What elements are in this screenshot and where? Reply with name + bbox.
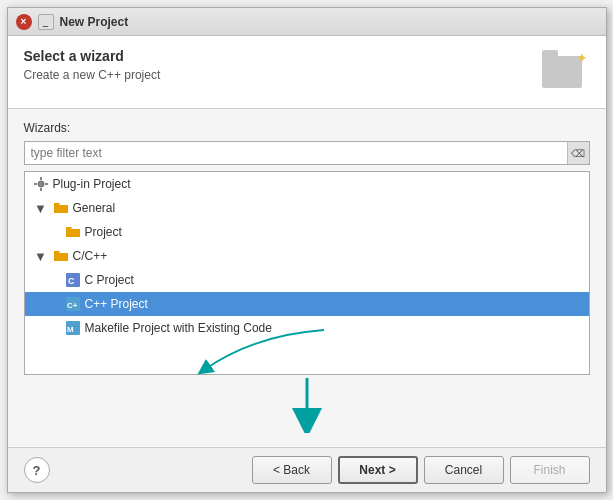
cpp-project-label: C++ Project <box>85 297 148 311</box>
close-button[interactable]: × <box>16 14 32 30</box>
svg-text:M: M <box>67 325 74 334</box>
wizard-heading: Select a wizard <box>24 48 161 64</box>
tree-item-cpp-category[interactable]: ▼ C/C++ <box>25 244 589 268</box>
filter-input[interactable] <box>25 146 567 160</box>
tree-item-cpp-project[interactable]: C+ C++ Project <box>25 292 589 316</box>
folder-cpp-icon <box>53 248 69 264</box>
wizards-label: Wizards: <box>24 121 590 135</box>
down-arrow-annotation <box>292 378 322 433</box>
c-project-label: C Project <box>85 273 134 287</box>
diagonal-arrow-annotation <box>74 325 374 385</box>
svg-rect-4 <box>45 183 48 185</box>
svg-text:C+: C+ <box>67 301 78 310</box>
svg-rect-1 <box>40 177 42 180</box>
expand-cpp-icon: ▼ <box>33 248 49 264</box>
dialog-title: New Project <box>60 15 598 29</box>
folder-project-icon <box>65 224 81 240</box>
filter-row: ⌫ <box>24 141 590 165</box>
button-bar: ? < Back Next > Cancel Finish <box>8 447 606 492</box>
finish-button: Finish <box>510 456 590 484</box>
plugin-icon <box>33 176 49 192</box>
cancel-button[interactable]: Cancel <box>424 456 504 484</box>
general-label: General <box>73 201 116 215</box>
new-project-dialog: × _ New Project Select a wizard Create a… <box>7 7 607 493</box>
tree-item-general[interactable]: ▼ General <box>25 196 589 220</box>
plugin-project-label: Plug-in Project <box>53 177 131 191</box>
svg-point-0 <box>38 181 44 187</box>
tree-item-project[interactable]: Project <box>25 220 589 244</box>
tree-item-c-project[interactable]: C C Project <box>25 268 589 292</box>
header-section: Select a wizard Create a new C++ project… <box>8 36 606 109</box>
tree-item-plugin-project[interactable]: Plug-in Project <box>25 172 589 196</box>
content-area: Wizards: ⌫ Plug-in Pr <box>8 109 606 447</box>
project-label: Project <box>85 225 122 239</box>
expand-general-icon: ▼ <box>33 200 49 216</box>
sparkle-icon: ✦ <box>576 50 588 66</box>
minimize-button[interactable]: _ <box>38 14 54 30</box>
title-bar: × _ New Project <box>8 8 606 36</box>
filter-clear-button[interactable]: ⌫ <box>567 142 589 164</box>
svg-rect-2 <box>40 188 42 191</box>
wizard-subtext: Create a new C++ project <box>24 68 161 82</box>
cpp-category-label: C/C++ <box>73 249 108 263</box>
header-text: Select a wizard Create a new C++ project <box>24 48 161 82</box>
c-project-icon: C <box>65 272 81 288</box>
back-button[interactable]: < Back <box>252 456 332 484</box>
help-button[interactable]: ? <box>24 457 50 483</box>
folder-general-icon <box>53 200 69 216</box>
cpp-project-icon: C+ <box>65 296 81 312</box>
next-button[interactable]: Next > <box>338 456 418 484</box>
svg-text:C: C <box>68 276 75 286</box>
svg-rect-3 <box>34 183 37 185</box>
wizard-icon: ✦ <box>542 48 590 96</box>
